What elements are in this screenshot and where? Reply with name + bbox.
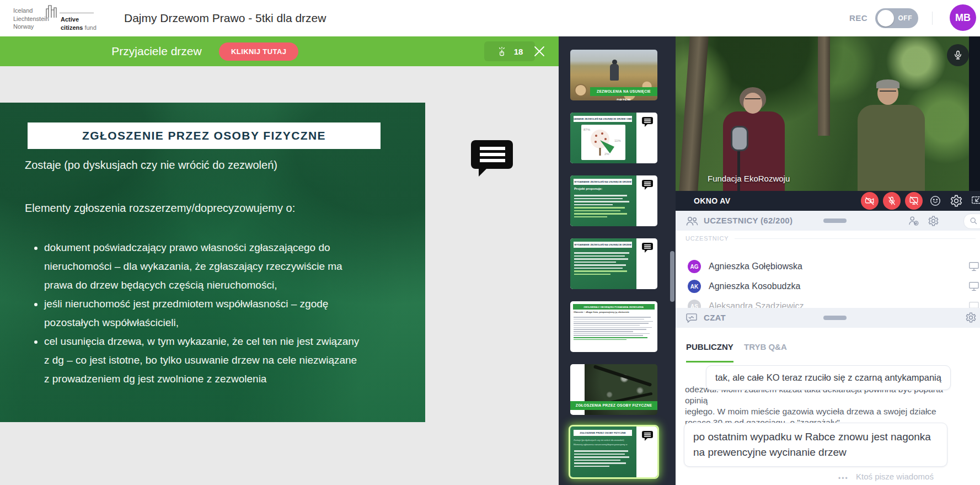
current-slide: ZGŁOSZENIE PRZEZ OSOBY FIZYCZNE Zostaje … xyxy=(0,103,425,422)
slide-thumbnail-2[interactable]: WYDAWANIE ZEZWOLEŃ NA USUNIĘCIE DRZEW OB… xyxy=(570,113,657,163)
thumb-subtitle: Obecnie – długa lista, proponujemy ją sk… xyxy=(574,311,629,313)
chat-bubble-icon xyxy=(686,313,698,323)
chat-smiley-icon[interactable] xyxy=(929,195,941,207)
tap-click-icon xyxy=(496,46,507,57)
desktop-device-icon xyxy=(968,301,979,308)
thumb-slide-preview: WYDAWANIE ZEZWOLEŃ NA USUNIĘCIE DRZEW Pr… xyxy=(570,175,636,226)
speaker-right xyxy=(858,105,925,191)
participants-bar[interactable]: UCZESTNICY (62/200) xyxy=(676,211,980,231)
tab-qa-mode[interactable]: TRYB Q&A xyxy=(744,342,787,351)
toggle-state-label: OFF xyxy=(898,14,913,22)
active-citizens-fund-logo: Iceland Liechtenstein Norway Active citi… xyxy=(13,6,113,32)
thumb-title: WYDAWANIE ZEZWOLEŃ NA USUNIĘCIE DRZEW xyxy=(574,180,631,183)
banner-count: 18 xyxy=(514,47,523,56)
thumb-title: WYDAWANIE ZEZWOLEŃ NA USUNIĘCIE DRZEW xyxy=(574,243,631,246)
thumb-caption: ZGŁOSZENIA PRZEZ OSOBY FIZYCZNE xyxy=(570,401,657,410)
rec-label: REC xyxy=(849,0,867,36)
participant-avatar: AK xyxy=(688,280,701,293)
tab-public[interactable]: PUBLICZNY xyxy=(686,342,733,351)
thumb-tree-chart: 87% 11% 2% xyxy=(581,125,625,160)
thumb-pct: 87% xyxy=(583,128,590,131)
chat-message-occluded: odezwał. Moim zdaniem każda taka deklara… xyxy=(685,384,963,428)
thumb-pct: 11% xyxy=(614,139,621,142)
participants-search-input[interactable] xyxy=(963,214,980,229)
thumb-slide-preview: WYDAWANIE ZEZWOLEŃ NA USUNIĘCIE DRZEW xyxy=(570,238,636,289)
av-window-bar: OKNO AV xyxy=(676,191,980,211)
thumb-text-line: Elementy zgłoszenia rozszerzemy/doprecyz… xyxy=(574,443,628,446)
thumb-text-placeholder xyxy=(570,251,615,276)
mic-off-button[interactable] xyxy=(883,192,901,210)
participant-name: Agnieszka Kosobudzka xyxy=(709,276,800,296)
thumb-text-line: Zostaje (po dyskusjach czy nie wrócić do… xyxy=(574,439,624,441)
screen-share-off-button[interactable] xyxy=(905,192,923,210)
slide-bullet: dokument poświadczający prawo własności … xyxy=(44,238,361,295)
slide-thumbnail-5[interactable]: ZWOLNIENIA Z OBOWIĄZKU POSIADANIA ZEZWOL… xyxy=(570,301,657,352)
banner-label: Przyjaciele drzew xyxy=(93,36,221,66)
typing-indicator-text: Ktoś pisze wiadomoś xyxy=(856,472,980,481)
chat-message-bubble[interactable]: tak, ale całe KO teraz rzuciło się z cza… xyxy=(706,365,951,390)
promo-banner: Przyjaciele drzew KLIKNIJ TUTAJ 18 xyxy=(0,36,559,66)
header-divider xyxy=(932,12,933,25)
slide-thumbnail-4[interactable]: WYDAWANIE ZEZWOLEŃ NA USUNIĘCIE DRZEW xyxy=(570,238,657,289)
participant-name: Agnieszka Gołębiowska xyxy=(709,257,802,276)
slide-title: ZGŁOSZENIE PRZEZ OSOBY FIZYCZNE xyxy=(82,129,326,142)
slide-intro-text: Zostaje (po dyskusjach czy nie wrócić do… xyxy=(25,159,277,172)
thumb-title: ZGŁOSZENIE PRZEZ OSOBY FIZYCZNE xyxy=(580,431,626,434)
logo-countries: Iceland Liechtenstein Norway xyxy=(13,7,49,31)
participants-header: UCZESTNICY (62/200) xyxy=(704,211,792,231)
pop-out-window-icon[interactable] xyxy=(971,195,980,207)
slide-thumbnail-3[interactable]: WYDAWANIE ZEZWOLEŃ NA USUNIĘCIE DRZEW Pr… xyxy=(570,175,657,226)
active-tab-underline xyxy=(686,361,733,363)
slide-thumbnail-6[interactable]: ZGŁOSZENIA PRZEZ OSOBY FIZYCZNE xyxy=(570,364,657,415)
participant-row[interactable]: AK Agnieszka Kosobudzka xyxy=(676,276,980,296)
participants-gear-icon[interactable] xyxy=(928,215,939,227)
participant-avatar: AS xyxy=(688,300,701,308)
participants-section-label: UCZESTNICY xyxy=(686,235,729,242)
recording-toggle[interactable]: OFF xyxy=(875,8,918,28)
slide-bullet: cel usunięcia drzewa, w tym wykazanie, ż… xyxy=(44,332,361,388)
slide-bullet-list: dokument poświadczający prawo własności … xyxy=(33,238,361,388)
slide-thumbnail-7-current[interactable]: ZGŁOSZENIE PRZEZ OSOBY FIZYCZNE Zostaje … xyxy=(570,427,657,477)
chat-drag-handle[interactable] xyxy=(823,316,847,320)
add-person-icon[interactable] xyxy=(907,215,919,227)
desktop-device-icon xyxy=(968,281,979,291)
thumbnail-scrollbar[interactable] xyxy=(670,251,674,302)
chat-header: CZAT xyxy=(704,308,726,328)
top-bar: Iceland Liechtenstein Norway Active citi… xyxy=(0,0,980,36)
banner-cta-button[interactable]: KLIKNIJ TUTAJ xyxy=(219,42,298,61)
thumb-slide-preview: WYDAWANIE ZEZWOLEŃ NA USUNIĘCIE DRZEW OB… xyxy=(570,113,636,163)
comment-icon xyxy=(642,431,653,441)
av-window-title: OKNO AV xyxy=(694,191,731,211)
participant-avatar: AG xyxy=(688,260,701,273)
user-avatar[interactable]: MB xyxy=(950,4,976,31)
thumb-text-placeholder xyxy=(574,316,654,341)
av-settings-gear-icon[interactable] xyxy=(950,194,963,207)
webcam-video[interactable]: Fundacja EkoRozwoju xyxy=(676,36,969,191)
slide-comment-icon[interactable] xyxy=(470,139,514,178)
typing-indicator-dots: ••• xyxy=(838,475,849,482)
chat-panel: PUBLICZNY TRYB Q&A odezwał. Moim zdaniem… xyxy=(676,328,980,485)
banner-click-counter[interactable]: 18 xyxy=(484,41,535,61)
thumb-pct: 2% xyxy=(604,152,609,156)
thumb-title: WYDAWANIE ZEZWOLEŃ NA USUNIĘCIE DRZEW OB… xyxy=(574,118,632,120)
participant-row-clipped[interactable]: AS Aleksandra Szadziewicz xyxy=(676,296,980,308)
thumb-subtitle: Projekt proponuje: xyxy=(574,187,602,190)
toggle-knob xyxy=(877,10,894,26)
chat-bar[interactable]: CZAT xyxy=(676,308,980,328)
camera-off-button[interactable] xyxy=(861,192,879,210)
chat-gear-icon[interactable] xyxy=(965,312,977,323)
thumb-slide-preview: ZGŁOSZENIE PRZEZ OSOBY FIZYCZNE Zostaje … xyxy=(570,427,636,477)
participants-drag-handle[interactable] xyxy=(823,218,847,223)
slide-bullet: jeśli nieruchomość jest przedmiotem wspó… xyxy=(44,295,361,332)
studio-microphone xyxy=(731,126,748,151)
slide-title-box: ZGŁOSZENIE PRZEZ OSOBY FIZYCZNE xyxy=(28,122,381,149)
participant-row[interactable]: AG Agnieszka Gołębiowska xyxy=(676,257,980,276)
webinar-title: Dajmy Drzewom Prawo - 5tki dla drzew xyxy=(124,0,326,36)
microphone-icon[interactable] xyxy=(947,44,969,66)
logo-bars-icon xyxy=(45,3,60,20)
thumb-text-placeholder xyxy=(570,449,615,468)
chat-message-bubble[interactable]: po ostatnim wypadku w Rabce znowu jest n… xyxy=(684,423,947,467)
banner-close-icon[interactable] xyxy=(533,45,547,59)
slide-thumbnail-1[interactable]: ZEZWOLENIA NA USUNIĘCIE DRZEW xyxy=(570,50,657,100)
logo-rule xyxy=(60,13,94,13)
